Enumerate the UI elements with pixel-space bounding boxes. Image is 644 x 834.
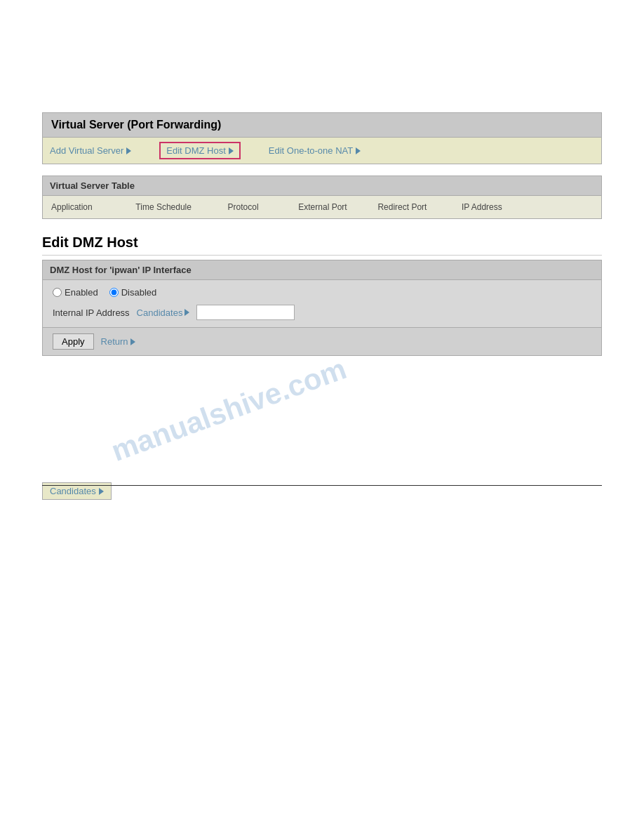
bottom-divider [42, 485, 602, 486]
table-column-headers: Application Time Schedule Protocol Exter… [42, 196, 602, 219]
disabled-radio-label[interactable]: Disabled [109, 287, 157, 298]
table-header: Virtual Server Table [42, 176, 602, 196]
return-link[interactable]: Return [101, 336, 135, 347]
disabled-radio[interactable] [109, 288, 119, 297]
col-application: Application [43, 199, 123, 215]
dmz-host-title: Edit DMZ Host [42, 230, 602, 256]
col-protocol: Protocol [203, 199, 283, 215]
dmz-content: Enabled Disabled Internal IP Address Can… [42, 280, 602, 328]
navigation-bar: Add Virtual Server Edit DMZ Host Edit On… [42, 138, 602, 164]
internal-ip-label: Internal IP Address [53, 307, 130, 318]
col-time-schedule: Time Schedule [123, 199, 203, 215]
candidates-arrow-icon [185, 309, 189, 316]
edit-one-to-one-nat-link[interactable]: Edit One-to-one NAT [269, 145, 361, 156]
enable-disable-row: Enabled Disabled [53, 287, 591, 298]
candidates-bottom-arrow-icon [99, 488, 104, 495]
col-ip-address: IP Address [442, 199, 521, 215]
col-redirect-port: Redirect Port [363, 199, 442, 215]
apply-button[interactable]: Apply [53, 333, 94, 350]
internal-ip-row: Internal IP Address Candidates [53, 305, 591, 320]
enabled-radio-label[interactable]: Enabled [53, 287, 98, 298]
edit-dmz-host-link[interactable]: Edit DMZ Host [159, 142, 241, 159]
edit-dmz-host-icon [229, 147, 234, 154]
candidates-link[interactable]: Candidates [137, 307, 190, 318]
col-actions [522, 204, 601, 210]
action-bar: Apply Return [42, 328, 602, 356]
dmz-sub-header: DMZ Host for 'ipwan' IP Interface [42, 260, 602, 280]
ip-address-input[interactable] [196, 305, 295, 320]
edit-dmz-host-section: Edit DMZ Host DMZ Host for 'ipwan' IP In… [42, 230, 602, 356]
enabled-radio[interactable] [53, 288, 62, 297]
add-virtual-server-icon [126, 147, 131, 154]
page-title: Virtual Server (Port Forwarding) [42, 112, 602, 138]
virtual-server-table: Virtual Server Table Application Time Sc… [42, 176, 602, 219]
return-arrow-icon [130, 338, 135, 345]
col-external-port: External Port [283, 199, 362, 215]
edit-one-to-one-nat-icon [356, 147, 361, 154]
add-virtual-server-link[interactable]: Add Virtual Server [50, 145, 131, 156]
